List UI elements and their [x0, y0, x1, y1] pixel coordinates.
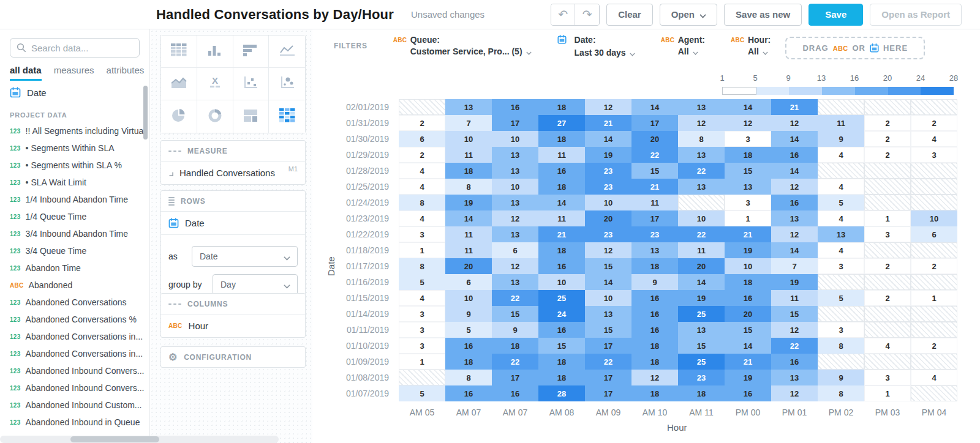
filter-agent[interactable]: ABCAgent:All: [661, 35, 705, 65]
sidebar-vertical-scrollbar[interactable]: [143, 86, 148, 140]
heatmap-cell[interactable]: 12: [585, 99, 631, 115]
heatmap-cell[interactable]: [678, 195, 725, 210]
viz-bubble-chart-button[interactable]: [269, 68, 305, 100]
catalog-item[interactable]: ABCAbandoned: [0, 277, 150, 294]
heatmap-cell[interactable]: 11: [771, 290, 818, 306]
heatmap-cell[interactable]: 16: [771, 354, 818, 370]
heatmap-cell[interactable]: 4: [818, 179, 864, 195]
heatmap-cell[interactable]: 2: [864, 131, 911, 147]
heatmap-cell[interactable]: [911, 385, 957, 401]
open-menu-button[interactable]: Open: [660, 4, 717, 26]
heatmap-cell[interactable]: [911, 274, 957, 290]
heatmap-cell[interactable]: 16: [631, 322, 678, 338]
heatmap-cell[interactable]: 12: [771, 115, 818, 131]
heatmap-cell[interactable]: 10: [492, 131, 538, 147]
heatmap-cell[interactable]: 19: [585, 147, 631, 163]
heatmap-cell[interactable]: 1: [864, 210, 911, 226]
catalog-item[interactable]: 123Abandon Time: [0, 259, 150, 277]
heatmap-cell[interactable]: 17: [585, 370, 631, 385]
heatmap-cell[interactable]: 4: [911, 131, 957, 147]
heatmap-cell[interactable]: 6: [911, 226, 957, 242]
viz-treemap-button[interactable]: [233, 100, 270, 133]
heatmap-cell[interactable]: 11: [818, 115, 864, 131]
catalog-item[interactable]: 123Abandoned Inbound Convers...: [0, 362, 150, 379]
heatmap-cell[interactable]: 14: [678, 274, 725, 290]
heatmap-cell[interactable]: 14: [585, 131, 631, 147]
heatmap-cell[interactable]: 8: [399, 195, 445, 210]
undo-button[interactable]: ↶: [551, 4, 575, 25]
catalog-item[interactable]: 123• SLA Wait Limit: [0, 174, 150, 191]
heatmap-cell[interactable]: 21: [631, 179, 678, 195]
heatmap-cell[interactable]: 12: [771, 226, 818, 242]
heatmap-cell[interactable]: 18: [678, 385, 725, 401]
heatmap-cell[interactable]: 14: [771, 163, 818, 179]
heatmap-cell[interactable]: 14: [725, 338, 771, 354]
heatmap-cell[interactable]: [911, 195, 957, 210]
heatmap-cell[interactable]: 13: [818, 226, 864, 242]
redo-button[interactable]: ↷: [575, 4, 599, 25]
catalog-item[interactable]: 1233/4 Queue Time: [0, 242, 150, 259]
heatmap-cell[interactable]: 4: [911, 370, 957, 385]
heatmap-cell[interactable]: 6: [445, 274, 492, 290]
heatmap-cell[interactable]: 17: [585, 385, 631, 401]
catalog-item-date[interactable]: Date: [10, 87, 47, 98]
heatmap-cell[interactable]: 4: [399, 179, 445, 195]
heatmap-cell[interactable]: 8: [818, 338, 864, 354]
heatmap-cell[interactable]: 18: [538, 354, 585, 370]
heatmap-cell[interactable]: 20: [725, 306, 771, 322]
search-input[interactable]: [31, 43, 129, 53]
heatmap-cell[interactable]: 7: [445, 115, 492, 131]
heatmap-cell[interactable]: 10: [585, 290, 631, 306]
heatmap-cell[interactable]: 19: [725, 242, 771, 258]
heatmap-cell[interactable]: [911, 322, 957, 338]
viz-column-chart-button[interactable]: [197, 35, 233, 68]
heatmap-cell[interactable]: 14: [771, 242, 818, 258]
heatmap-cell[interactable]: 12: [492, 210, 538, 226]
heatmap-cell[interactable]: 10: [585, 195, 631, 210]
heatmap-cell[interactable]: 22: [678, 226, 725, 242]
heatmap-cell[interactable]: 13: [678, 322, 725, 338]
horizontal-scrollbar[interactable]: [0, 436, 279, 443]
heatmap-cell[interactable]: 19: [678, 290, 725, 306]
filter-value[interactable]: All: [731, 47, 771, 56]
heatmap-cell[interactable]: 3: [864, 226, 911, 242]
heatmap-cell[interactable]: [911, 99, 957, 115]
heatmap-cell[interactable]: 16: [445, 385, 492, 401]
heatmap-cell[interactable]: 15: [538, 338, 585, 354]
heatmap-cell[interactable]: 1: [911, 290, 957, 306]
heatmap-cell[interactable]: 4: [818, 147, 864, 163]
heatmap-cell[interactable]: [818, 306, 864, 322]
heatmap-cell[interactable]: 3: [818, 258, 864, 274]
heatmap-cell[interactable]: 15: [492, 306, 538, 322]
heatmap-cell[interactable]: 12: [725, 115, 771, 131]
heatmap-cell[interactable]: 1: [399, 242, 445, 258]
heatmap-cell[interactable]: 3: [864, 370, 911, 385]
viz-donut-chart-button[interactable]: [197, 100, 233, 133]
heatmap-cell[interactable]: 13: [492, 274, 538, 290]
heatmap-cell[interactable]: 20: [678, 258, 725, 274]
heatmap-cell[interactable]: 6: [492, 242, 538, 258]
heatmap-cell[interactable]: 2: [864, 258, 911, 274]
heatmap-cell[interactable]: 6: [399, 131, 445, 147]
heatmap-cell[interactable]: 5: [399, 274, 445, 290]
catalog-item[interactable]: 123Abandoned Conversations: [0, 294, 150, 311]
heatmap-cell[interactable]: 21: [538, 226, 585, 242]
heatmap-cell[interactable]: 16: [771, 147, 818, 163]
heatmap-cell[interactable]: 2: [911, 258, 957, 274]
heatmap-cell[interactable]: 18: [631, 338, 678, 354]
heatmap-cell[interactable]: 9: [631, 274, 678, 290]
heatmap-cell[interactable]: 12: [771, 179, 818, 195]
viz-scatter-plot-button[interactable]: [233, 68, 270, 100]
heatmap-cell[interactable]: 10: [492, 179, 538, 195]
catalog-item[interactable]: 123Abandoned Inbound Convers...: [0, 379, 150, 396]
heatmap-cell[interactable]: [911, 179, 957, 195]
catalog-item[interactable]: 123Abandoned Conversations %: [0, 311, 150, 328]
heatmap-cell[interactable]: 18: [538, 242, 585, 258]
heatmap-cell[interactable]: [864, 322, 911, 338]
heatmap-cell[interactable]: 22: [678, 163, 725, 179]
heatmap-cell[interactable]: 4: [399, 163, 445, 179]
heatmap-cell[interactable]: 20: [445, 258, 492, 274]
heatmap-cell[interactable]: 2: [864, 290, 911, 306]
heatmap-cell[interactable]: 22: [492, 290, 538, 306]
heatmap-cell[interactable]: 18: [538, 370, 585, 385]
